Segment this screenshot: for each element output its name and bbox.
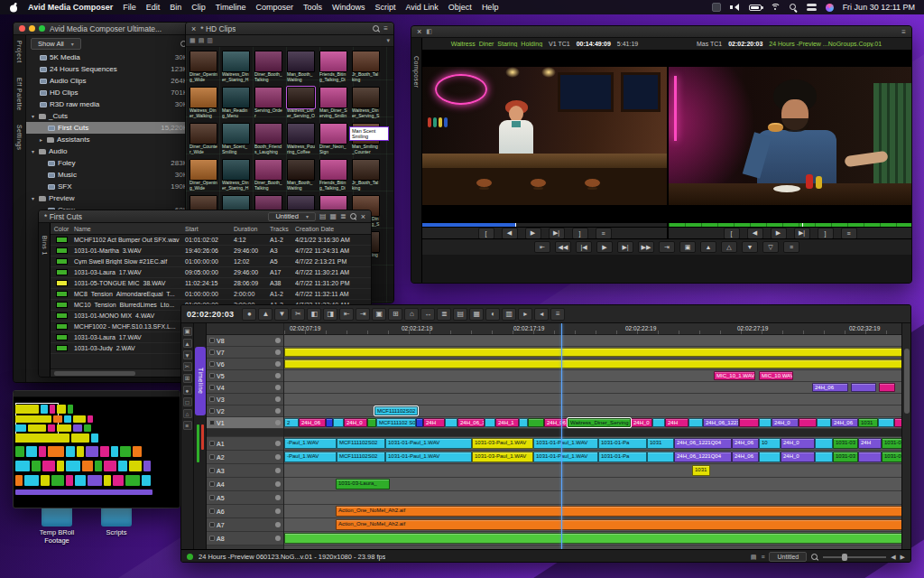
track-header-a2[interactable]: A2 xyxy=(207,451,283,464)
toolbar-motion-effect-icon[interactable]: ↔ xyxy=(420,308,435,321)
monitor-icon[interactable] xyxy=(275,408,281,414)
track-header-a4[interactable]: A4 xyxy=(207,478,283,491)
timeline-lanes[interactable]: 02:02:07:1902:02:12:1902:02:17:1902:02:2… xyxy=(284,323,901,549)
siri-icon[interactable] xyxy=(826,4,834,12)
timeline-clip[interactable] xyxy=(284,359,901,368)
menu-windows[interactable]: Windows xyxy=(332,3,365,12)
zoom-slider[interactable] xyxy=(823,556,886,558)
toolbar-overwrite-icon[interactable]: ▼ xyxy=(274,308,289,321)
scroll-left-icon[interactable]: ◀ xyxy=(891,554,895,561)
monitor-icon[interactable] xyxy=(275,522,281,527)
toolbar-zoom-in-icon[interactable]: ▸ xyxy=(518,308,532,321)
track-lane-v7[interactable] xyxy=(284,347,901,359)
project-titlebar[interactable]: Avid Media Composer Ultimate... xyxy=(14,23,192,35)
timeline-clip[interactable]: 10 xyxy=(759,438,781,449)
bin-item-r3d-raw-media[interactable]: R3D raw media30K xyxy=(26,98,192,110)
timeline-clip[interactable]: -Paul_1.WAV xyxy=(284,452,337,462)
close-icon[interactable]: × xyxy=(417,27,421,36)
clip-thumbnail[interactable]: Waitress_Diner_Serving_Smiling xyxy=(352,87,380,118)
timeline-search-input[interactable]: Untitled xyxy=(769,552,807,562)
clip-color-chip[interactable] xyxy=(56,345,68,351)
source-step-forward-icon[interactable]: ▶| xyxy=(549,228,565,239)
bin-list-row[interactable]: 1031-03-Laura_17.WAV09:05:00:0029:46:00A… xyxy=(51,267,371,278)
apple-menu[interactable] xyxy=(9,3,18,13)
composer-window[interactable]: × ◧ ≡ Composer Waitress_Diner_Staring_Ho… xyxy=(411,25,912,284)
timeline-clip[interactable]: 24H xyxy=(665,418,688,427)
scroll-right-icon[interactable]: ▶ xyxy=(901,554,905,561)
bin-list-row[interactable]: 1031-05-TONGUE MIC_38.WAV11:02:24:1528:0… xyxy=(51,278,371,289)
bin-item-24-hours-sequences[interactable]: 24 Hours Sequences123K xyxy=(26,63,192,75)
timeline-clip[interactable] xyxy=(878,418,894,427)
record-arm-icon[interactable] xyxy=(209,350,215,355)
timeline-clip[interactable] xyxy=(367,418,376,427)
track-header-a8[interactable]: A8 xyxy=(207,532,283,545)
transport-go-start-icon[interactable]: ⇤ xyxy=(534,241,550,253)
clip-thumbnail[interactable]: Man_Booth_Waiting xyxy=(287,159,315,191)
bin-item-hd-clips[interactable]: HD Clips701K xyxy=(26,87,192,98)
timeline-clip[interactable]: 24H_06_1221Q04 xyxy=(674,438,732,449)
source-mark-out-icon[interactable]: ] xyxy=(572,228,588,239)
bin-item-foley[interactable]: Foley283K xyxy=(26,157,192,169)
clip-color-chip[interactable] xyxy=(56,247,68,254)
clip-thumbnail[interactable]: Diner_Booth_Talking xyxy=(254,51,282,82)
timeline-tab[interactable]: Timeline xyxy=(195,347,206,415)
timeline-clip[interactable]: 24H_0 xyxy=(781,452,815,462)
text-view-icon[interactable]: ▤ xyxy=(199,37,205,44)
record-mark-in-icon[interactable]: [ xyxy=(724,228,740,239)
app-status-icon[interactable] xyxy=(712,3,721,12)
menu-help[interactable]: Help xyxy=(482,3,499,12)
track-header-v3[interactable]: V3 xyxy=(207,394,283,406)
bin-list-row[interactable]: MC8_Tension_AlmondareEqual_T...01:00:00:… xyxy=(51,289,371,300)
transport-fast-menu-icon[interactable]: ≡ xyxy=(783,241,799,253)
clip-rename-field[interactable]: Man Scent Smiling xyxy=(349,126,389,141)
bin-item-sfx[interactable]: SFX190K xyxy=(26,181,192,192)
record-mark-out-icon[interactable]: ] xyxy=(818,228,834,239)
record-arm-icon[interactable] xyxy=(209,338,215,343)
toolbar-fast-menu-icon[interactable]: ≡ xyxy=(550,308,565,321)
timeline-clip[interactable]: MIC_10_1.WAV xyxy=(714,371,755,380)
timeline-clip[interactable]: 1031-01-Paul_1.WAV xyxy=(385,438,472,449)
bin-list-row[interactable]: Cym Swell Bright Slow #21EC.aif01:00:00:… xyxy=(51,256,371,267)
clip-color-chip[interactable] xyxy=(56,258,68,265)
timeline-clip[interactable] xyxy=(879,383,895,392)
timeline-clip[interactable]: Action_One_NoMel_Ah2.aif xyxy=(336,506,901,517)
playhead[interactable] xyxy=(561,323,562,549)
toolbar-quick-transition-icon[interactable]: ⊞ xyxy=(388,308,402,321)
menu-script[interactable]: Script xyxy=(374,3,395,12)
composer-titlebar[interactable]: × ◧ ≡ xyxy=(411,26,911,38)
track-header-a5[interactable]: A5 xyxy=(207,491,283,505)
track-lane-v8[interactable] xyxy=(284,335,901,347)
bin-folder-preview[interactable]: ▾Preview xyxy=(26,192,192,204)
bin-item-audio-clips[interactable]: Audio Clips264K xyxy=(26,75,192,87)
timeline-clip[interactable] xyxy=(284,533,901,544)
timeline-clip[interactable]: 1031-01-Pa xyxy=(598,438,647,449)
tool-effect-mode-icon[interactable]: ⊞ xyxy=(183,374,192,383)
track-lane-v4[interactable]: 24H_06 xyxy=(284,382,901,394)
search-icon[interactable] xyxy=(811,554,818,561)
timeline-clip[interactable]: 1031-0 xyxy=(882,438,901,449)
bin-list-row[interactable]: 1031-01-Martha_3.WAV19:40:26:0629:46:00A… xyxy=(51,246,371,256)
tool-menu-icon[interactable]: ≡ xyxy=(183,421,192,430)
menu-object[interactable]: Object xyxy=(448,3,472,12)
timeline-clip[interactable]: 1031-03 xyxy=(833,452,858,462)
toolbar-video-quality-icon[interactable]: ▦ xyxy=(469,308,484,321)
clip-thumbnail[interactable]: Jr_Booth_Talking xyxy=(352,159,380,191)
timeline-clip[interactable]: 2 xyxy=(284,418,299,427)
toolbar-segment-overwrite-icon[interactable]: ◨ xyxy=(323,308,337,321)
frame-view-icon[interactable]: ▦ xyxy=(329,212,337,220)
clip-thumbnail[interactable]: Serving_Order xyxy=(254,87,282,118)
track-header-v7[interactable]: V7 xyxy=(207,347,283,359)
source-step-back-icon[interactable]: ◀ xyxy=(502,228,518,239)
timeline-clip[interactable]: 1031 xyxy=(858,418,878,427)
timeline-clip[interactable]: 1031-03 xyxy=(833,438,858,449)
desktop-folder-scripts[interactable]: Scripts xyxy=(90,506,143,545)
clip-thumbnail[interactable]: Friends_Biting_Talking_Diner xyxy=(319,51,347,82)
timeline-clip[interactable]: 24H_06 xyxy=(544,418,568,427)
tool-render-icon[interactable]: □ xyxy=(183,397,192,406)
record-arm-icon[interactable] xyxy=(209,508,215,514)
timeline-clip[interactable] xyxy=(445,418,457,427)
sort-icon[interactable]: ▾ xyxy=(386,37,390,44)
timeline-clip[interactable] xyxy=(799,418,817,427)
tool-zoom-icon[interactable]: ⌂ xyxy=(183,409,192,418)
tool-overwrite-icon[interactable]: ▼ xyxy=(183,350,192,359)
